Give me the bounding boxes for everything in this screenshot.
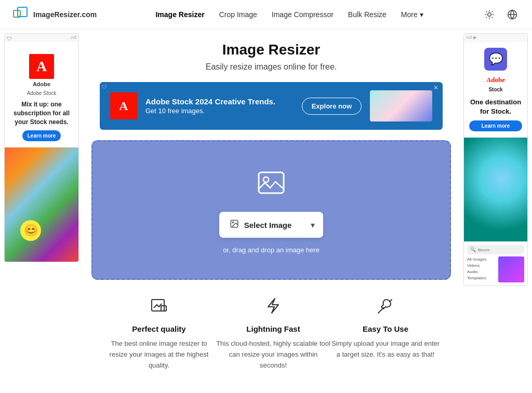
lightning-icon: [216, 296, 330, 317]
flower-image: [464, 138, 527, 241]
banner-ad-text: Adobe Stock 2024 Creative Trends. Get 10…: [145, 97, 294, 115]
adobe-banner-logo: A: [110, 92, 137, 119]
theme-toggle-button[interactable]: [482, 7, 497, 22]
language-button[interactable]: [505, 7, 520, 22]
chevron-down-icon: ▾: [420, 10, 423, 19]
banner-advertisement: 🛡 ✕ A Adobe Stock 2024 Creative Trends. …: [100, 82, 443, 130]
feature-easy: Easy To Use Simply upload your image and…: [330, 296, 441, 371]
smiley-face: 😊: [20, 220, 41, 241]
globe-icon: [507, 9, 517, 20]
feature-quality: Perfect quality The best online image re…: [102, 296, 216, 371]
drag-drop-text: or, drag and drop an image here: [223, 246, 320, 254]
adobe-brand-red: Adobe: [486, 76, 505, 84]
feature-quality-desc: The best online image resizer to resize …: [102, 338, 216, 371]
select-dropdown-button[interactable]: ▾: [302, 213, 323, 237]
close-ad-button[interactable]: ✕: [433, 84, 438, 91]
ad-label-left: Ad: [5, 34, 78, 42]
nav-bulk-resize[interactable]: Bulk Resize: [348, 10, 387, 19]
shield-icon-banner: 🛡: [102, 84, 107, 90]
svg-point-2: [488, 12, 491, 16]
nav-crop-image[interactable]: Crop Image: [219, 10, 257, 19]
feature-easy-desc: Simply upload your image and enter a tar…: [330, 338, 441, 360]
left-ad-sub-brand: Adobe Stock: [11, 90, 72, 96]
banner-ad-cta-button[interactable]: Explore now: [302, 98, 362, 115]
adobe-logo-left: A: [29, 54, 54, 79]
right-ad-inner: Ad ▶ 💬 Adobe Stock One destination for S…: [463, 33, 528, 286]
banner-ad-subtitle: Get 10 free images.: [145, 107, 294, 115]
right-advertisement: Ad ▶ 💬 Adobe Stock One destination for S…: [459, 29, 532, 391]
category-list: All ImagesVideosAudioTemplates: [467, 256, 524, 282]
upload-image-icon: [255, 166, 288, 201]
svg-point-14: [263, 177, 269, 182]
nav-more-label: More: [401, 10, 418, 19]
svg-rect-1: [18, 7, 27, 17]
svg-line-10: [492, 11, 493, 12]
feature-quality-title: Perfect quality: [102, 324, 216, 333]
svg-line-5: [486, 11, 487, 12]
header-icons: [482, 7, 520, 22]
upload-zone[interactable]: Select Image ▾ or, drag and drop an imag…: [91, 140, 451, 280]
hero-subtitle: Easily resize images online for free.: [91, 62, 451, 72]
select-image-button-wrapper: Select Image ▾: [219, 212, 324, 238]
logo-area[interactable]: ImageResizer.com: [12, 6, 97, 23]
left-ad-image: 😊: [5, 147, 78, 262]
logo-text: ImageResizer.com: [33, 10, 97, 19]
left-ad-content: A Adobe Adobe Stock Mix it up: one subsc…: [5, 42, 78, 147]
feature-fast-desc: This cloud-hosted, highly scalable tool …: [216, 338, 330, 371]
right-ad-bottom: 🔍Bloom All ImagesVideosAudioTemplates: [464, 241, 527, 286]
left-ad-brand: Adobe: [11, 81, 72, 87]
left-ad-cta-button[interactable]: Learn more: [22, 130, 61, 141]
left-ad-inner: Ad 🛡 A Adobe Adobe Stock Mix it up: one …: [4, 33, 79, 262]
right-ad-content: 💬 Adobe Stock One destination for Stock.…: [464, 42, 527, 138]
select-image-button[interactable]: Select Image: [219, 212, 302, 238]
svg-rect-13: [259, 172, 284, 193]
mockup-bar: 🔍Bloom: [467, 245, 524, 254]
nav-more[interactable]: More ▾: [401, 10, 423, 19]
right-ad-image: [464, 138, 527, 241]
adobe-chat-icon: 💬: [484, 48, 507, 71]
left-advertisement: Ad 🛡 A Adobe Adobe Stock Mix it up: one …: [0, 29, 83, 391]
ad-label-right: Ad ▶: [464, 34, 527, 42]
banner-ad-title: Adobe Stock 2024 Creative Trends.: [145, 97, 294, 106]
feature-easy-title: Easy To Use: [330, 324, 441, 333]
svg-line-9: [486, 17, 487, 18]
image-file-icon: [230, 219, 239, 231]
svg-point-16: [232, 222, 233, 223]
features-section: Perfect quality The best online image re…: [91, 296, 451, 371]
logo-icon: [12, 6, 29, 23]
page-title: Image Resizer: [91, 42, 451, 58]
quality-icon: [102, 296, 216, 317]
feature-fast: Lightning Fast This cloud-hosted, highly…: [216, 296, 330, 371]
tools-icon: [330, 296, 441, 317]
main-nav: Image Resizer Crop Image Image Compresso…: [155, 10, 423, 19]
svg-line-6: [492, 17, 493, 18]
header: ImageResizer.com Image Resizer Crop Imag…: [0, 0, 532, 29]
feature-fast-title: Lightning Fast: [216, 324, 330, 333]
sun-icon: [484, 9, 495, 20]
left-ad-headline: Mix it up: one subscription for all your…: [11, 100, 72, 126]
right-ad-headline: One destination for Stock.: [469, 98, 522, 116]
page-layout: Ad 🛡 A Adobe Adobe Stock Mix it up: one …: [0, 29, 532, 391]
banner-ad-image: [370, 90, 432, 121]
right-ad-cta-button[interactable]: Learn more: [469, 120, 522, 131]
main-content: Image Resizer Easily resize images onlin…: [83, 29, 459, 391]
adobe-stock-label: Stock: [488, 87, 502, 92]
hero-section: Image Resizer Easily resize images onlin…: [91, 42, 451, 72]
right-ad-brand: Adobe Stock: [469, 75, 522, 93]
select-image-label: Select Image: [244, 221, 292, 229]
shield-icon-left: 🛡: [7, 36, 12, 42]
nav-image-compressor[interactable]: Image Compressor: [272, 10, 334, 19]
nav-image-resizer[interactable]: Image Resizer: [155, 10, 204, 19]
